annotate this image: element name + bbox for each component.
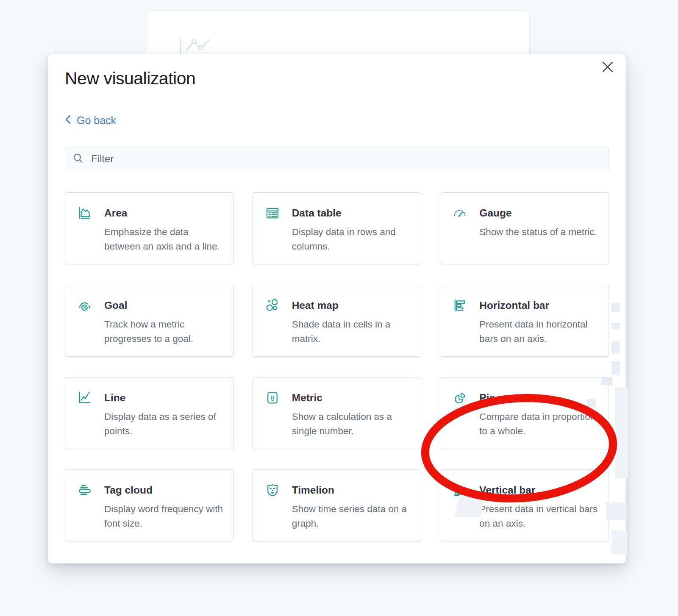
- vis-card-description: Show time series data on a graph.: [292, 502, 411, 531]
- vis-card-title: Tag cloud: [104, 483, 223, 498]
- vis-card-vertical-bar[interactable]: Vertical bar Present data in vertical ba…: [440, 469, 609, 541]
- go-back-label: Go back: [77, 114, 116, 127]
- horizontal-bar-icon: [452, 298, 467, 313]
- search-icon: [73, 153, 83, 165]
- vis-card-area[interactable]: Area Emphasize the data between an axis …: [65, 192, 234, 264]
- vis-card-description: Display data as a series of points.: [104, 410, 223, 438]
- vis-card-description: Shade data in cells in a matrix.: [292, 317, 411, 346]
- vis-card-metric[interactable]: 8 Metric Show a calculation as a single …: [253, 377, 422, 449]
- vis-card-title: Line: [104, 390, 223, 405]
- vis-card-description: Compare data in proportion to a whole.: [479, 410, 598, 438]
- vis-card-description: Present data in vertical bars on an axis…: [479, 502, 598, 531]
- svg-text:8: 8: [83, 305, 86, 310]
- vis-card-title: Heat map: [292, 298, 411, 313]
- vis-card-title: Pie: [479, 390, 598, 405]
- vis-card-title: Goal: [104, 298, 223, 313]
- vis-type-grid: Area Emphasize the data between an axis …: [65, 192, 609, 541]
- scroll-fade: [48, 541, 626, 563]
- vis-card-description: Show a calculation as a single number.: [292, 410, 411, 438]
- vis-card-title: Area: [104, 205, 223, 221]
- vis-card-line[interactable]: Line Display data as a series of points.: [65, 377, 234, 449]
- goal-icon: 8: [77, 298, 92, 313]
- vis-card-description: Emphasize the data between an axis and a…: [104, 225, 223, 254]
- vis-card-description: Present data in horizontal bars on an ax…: [479, 317, 598, 346]
- vertical-bar-icon: [452, 483, 467, 498]
- vis-card-horizontal-bar[interactable]: Horizontal bar Present data in horizonta…: [440, 285, 609, 357]
- vis-card-description: Display data in rows and columns.: [292, 225, 411, 254]
- area-chart-icon: [77, 205, 92, 221]
- tag-cloud-icon: [77, 483, 92, 498]
- vis-card-timelion[interactable]: Timelion Show time series data on a grap…: [253, 469, 422, 541]
- vis-card-data-table[interactable]: Data table Display data in rows and colu…: [253, 192, 422, 264]
- vis-card-heat-map[interactable]: Heat map Shade data in cells in a matrix…: [253, 285, 422, 357]
- vis-card-title: Gauge: [479, 205, 598, 221]
- vis-card-tag-cloud[interactable]: Tag cloud Display word frequency with fo…: [65, 469, 234, 541]
- vis-card-pie[interactable]: Pie Compare data in proportion to a whol…: [440, 377, 609, 449]
- new-visualization-modal: New visualization Go back Area Emphasize…: [48, 54, 626, 563]
- vis-card-description: Display word frequency with font size.: [104, 502, 223, 531]
- vis-card-title: Vertical bar: [479, 483, 598, 498]
- timelion-icon: [265, 483, 280, 498]
- line-chart-icon: [77, 390, 92, 405]
- vis-card-title: Timelion: [292, 483, 411, 498]
- vis-card-description: Track how a metric progresses to a goal.: [104, 317, 223, 346]
- gauge-icon: [452, 205, 467, 221]
- filter-input[interactable]: [90, 153, 601, 165]
- metric-icon: 8: [265, 390, 280, 405]
- svg-text:8: 8: [270, 394, 274, 402]
- data-table-icon: [265, 205, 280, 221]
- heat-map-icon: [265, 298, 280, 313]
- vis-card-title: Metric: [292, 390, 411, 405]
- chevron-left-icon: [65, 114, 71, 127]
- vis-card-title: Data table: [292, 205, 411, 221]
- close-icon: [602, 61, 613, 74]
- close-button[interactable]: [600, 60, 615, 75]
- pie-chart-icon: [452, 390, 467, 405]
- filter-search-box: [65, 147, 609, 171]
- go-back-link[interactable]: Go back: [65, 114, 116, 127]
- vis-card-gauge[interactable]: Gauge Show the status of a metric.: [440, 192, 609, 264]
- vis-card-goal[interactable]: 8 Goal Track how a metric progresses to …: [65, 285, 234, 357]
- vis-card-description: Show the status of a metric.: [479, 225, 598, 239]
- vis-card-title: Horizontal bar: [479, 298, 598, 313]
- page-title: New visualization: [65, 69, 195, 89]
